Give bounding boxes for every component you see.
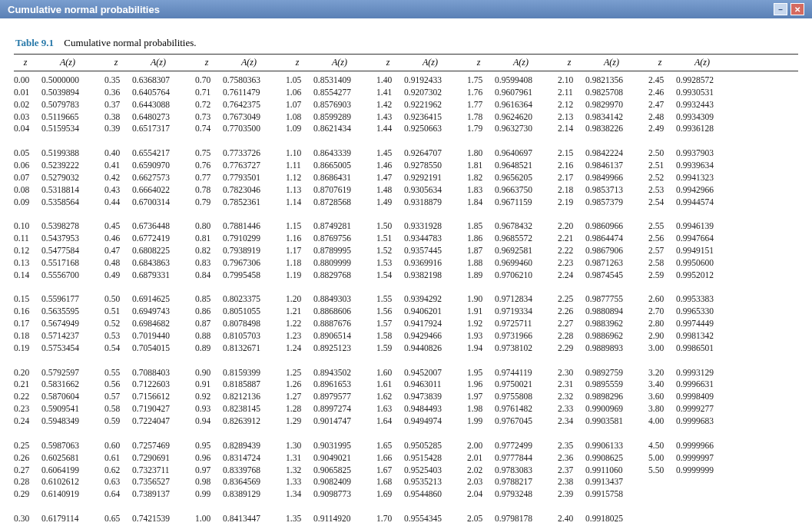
z-column: 1.75 1.76 1.77 1.78 1.79 1.80 1.81 1.82 … <box>467 74 490 526</box>
header-z: z <box>286 55 309 71</box>
column-pair: 2.10 2.11 2.12 2.13 2.14 2.15 2.16 2.17 … <box>558 74 638 526</box>
z-column: 0.70 0.71 0.72 0.73 0.74 0.75 0.76 0.77 … <box>195 74 218 526</box>
a-column: 0.5000000 0.5039894 0.5079783 0.5119665 … <box>41 74 94 526</box>
column-pair: 1.05 1.06 1.07 1.08 1.09 1.10 1.11 1.12 … <box>286 74 366 526</box>
column-pair: 0.35 0.36 0.37 0.38 0.39 0.40 0.41 0.42 … <box>104 74 184 526</box>
column-pair: 1.40 1.41 1.42 1.43 1.44 1.45 1.46 1.47 … <box>376 74 456 526</box>
column-pair: 0.00 0.01 0.02 0.03 0.04 0.05 0.06 0.07 … <box>14 74 94 526</box>
a-column: 0.8531409 0.8554277 0.8576903 0.8599289 … <box>313 74 366 526</box>
header-z: z <box>558 55 581 71</box>
z-column: 0.35 0.36 0.37 0.38 0.39 0.40 0.41 0.42 … <box>104 74 128 526</box>
data-grid: 0.00 0.01 0.02 0.03 0.04 0.05 0.06 0.07 … <box>14 74 798 526</box>
header-z: z <box>195 55 218 71</box>
rule-mid <box>14 71 798 71</box>
header-a: A(z) <box>585 55 638 71</box>
window-title: Cumulative normal probabilities <box>8 4 160 15</box>
a-column: 0.6368307 0.6405764 0.6443088 0.6480273 … <box>132 74 184 526</box>
header-a: A(z) <box>495 55 547 71</box>
column-pair: 0.70 0.71 0.72 0.73 0.74 0.75 0.76 0.77 … <box>195 74 275 526</box>
header-a: A(z) <box>676 55 728 71</box>
close-icon[interactable]: ✕ <box>790 3 804 15</box>
column-pair: 1.75 1.76 1.77 1.78 1.79 1.80 1.81 1.82 … <box>467 74 547 526</box>
column-headers: zA(z)zA(z)zA(z)zA(z)zA(z)zA(z)zA(z)zA(z) <box>14 55 798 71</box>
table-number: Table 9.1 <box>15 37 54 48</box>
header-a: A(z) <box>313 55 366 71</box>
header-z: z <box>14 55 37 71</box>
header-z: z <box>376 55 399 71</box>
column-pair: 2.45 2.46 2.47 2.48 2.49 2.50 2.51 2.52 … <box>648 74 728 526</box>
z-column: 1.40 1.41 1.42 1.43 1.44 1.45 1.46 1.47 … <box>376 74 399 526</box>
header-a: A(z) <box>404 55 456 71</box>
z-column: 2.45 2.46 2.47 2.48 2.49 2.50 2.51 2.52 … <box>648 74 671 526</box>
a-column: 0.7580363 0.7611479 0.7642375 0.7673049 … <box>223 74 275 526</box>
header-a: A(z) <box>223 55 275 71</box>
minimize-icon[interactable]: – <box>774 3 787 15</box>
header-a: A(z) <box>41 55 94 71</box>
z-column: 2.10 2.11 2.12 2.13 2.14 2.15 2.16 2.17 … <box>558 74 581 526</box>
z-column: 0.00 0.01 0.02 0.03 0.04 0.05 0.06 0.07 … <box>14 74 37 526</box>
header-z: z <box>467 55 490 71</box>
document-page: Table 9.1 Cumulative normal probabilitie… <box>0 18 812 526</box>
header-a: A(z) <box>132 55 184 71</box>
window-controls: – ✕ <box>774 3 804 15</box>
z-column: 1.05 1.06 1.07 1.08 1.09 1.10 1.11 1.12 … <box>286 74 309 526</box>
table-caption: Table 9.1 Cumulative normal probabilitie… <box>15 37 798 49</box>
header-z: z <box>104 55 128 71</box>
a-column: 0.9821356 0.9825708 0.9829970 0.9834142 … <box>585 74 638 526</box>
a-column: 0.9192433 0.9207302 0.9221962 0.9236415 … <box>404 74 456 526</box>
header-z: z <box>648 55 671 71</box>
a-column: 0.9928572 0.9930531 0.9932443 0.9934309 … <box>676 74 728 526</box>
a-column: 0.9599408 0.9607961 0.9616364 0.9624620 … <box>495 74 547 526</box>
window-titlebar: Cumulative normal probabilities – ✕ <box>0 0 812 18</box>
table-caption-text: Cumulative normal probabilities. <box>64 37 196 48</box>
